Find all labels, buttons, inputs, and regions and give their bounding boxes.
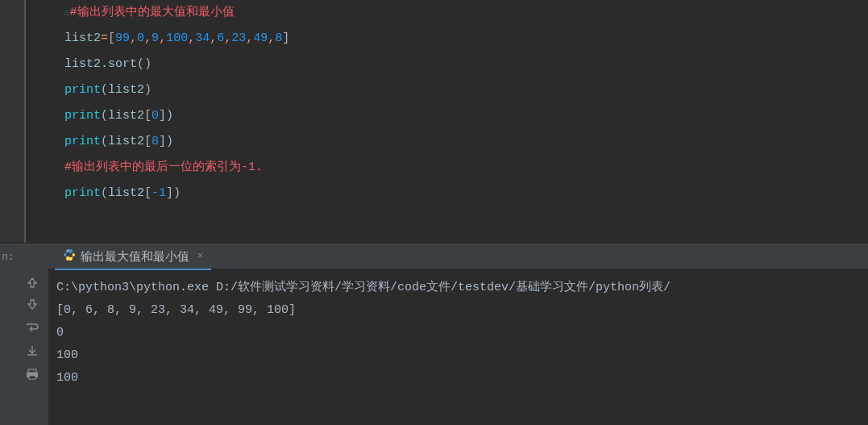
comma: , [246,31,253,45]
code-line[interactable]: #输出列表中的最后一位的索引为-1. [32,155,868,181]
paren: ) [173,186,181,200]
code-line[interactable]: print(list2) [32,77,868,103]
close-icon[interactable]: × [197,251,203,262]
paren: ( [101,186,108,200]
run-label: n: [0,244,16,425]
soft-wrap-icon[interactable] [26,322,39,333]
identifier: list2 [64,31,101,45]
bracket: ] [282,31,289,45]
console-command: C:\python3\python.exe D:/软件测试学习资料/学习资料/c… [56,277,860,299]
arrow-up-icon[interactable] [27,277,38,288]
run-tab-active[interactable]: 输出最大值和最小值 × [55,245,211,270]
console-line: [0, 6, 8, 9, 23, 34, 49, 99, 100] [56,299,860,322]
run-tabs: 输出最大值和最小值 × [48,244,868,270]
fold-marker-icon: ⌂ [64,8,70,18]
bracket: [ [108,31,115,45]
identifier: list2 [108,83,144,97]
comma: , [224,31,231,45]
run-tab-label: 输出最大值和最小值 [81,249,189,265]
comma: , [159,31,166,45]
svg-point-3 [67,250,68,251]
comma: , [268,31,275,45]
method-call: list2.sort [64,57,137,71]
number: 34 [195,31,210,45]
identifier: list2 [108,186,144,200]
identifier: list2 [108,109,144,123]
parens: () [137,57,152,71]
run-tool-window: n: 输出最大值和最小值 × C:\python3\ [0,244,868,425]
comma: , [210,31,217,45]
paren: ) [166,135,173,148]
bracket: [ [144,186,152,200]
console-output[interactable]: C:\python3\python.exe D:/软件测试学习资料/学习资料/c… [48,270,868,425]
comment-text: #输出列表中的最后一位的索引为-1. [64,160,263,174]
line-number [0,129,18,155]
line-number [0,26,18,52]
code-line[interactable]: ⌂#输出列表中的最大值和最小值 [32,0,868,26]
paren: ( [101,135,108,148]
svg-point-4 [70,258,71,259]
code-content[interactable]: ⌂#输出列表中的最大值和最小值 list2=[99,0,9,100,34,6,2… [24,0,868,243]
print-icon[interactable] [26,369,39,380]
console-line: 100 [56,344,860,367]
scroll-to-end-icon[interactable] [26,344,39,357]
bracket: [ [144,109,152,123]
line-number [0,181,18,206]
python-icon [63,248,76,265]
builtin-func: print [64,135,101,148]
code-line[interactable]: print(list2[-1]) [32,181,868,206]
console-line: 100 [56,367,860,390]
line-number [0,0,18,26]
bracket: [ [144,135,152,148]
paren: ( [101,109,108,123]
code-line[interactable]: print(list2[0]) [32,103,868,129]
number: 99 [115,31,130,45]
bracket: ] [159,135,166,148]
line-number [0,155,18,181]
comma: , [130,31,137,45]
builtin-func: print [64,186,101,200]
comment-text: #输出列表中的最大值和最小值 [70,6,235,19]
number: 6 [217,31,224,45]
paren: ) [144,83,152,97]
number: 8 [275,31,282,45]
code-line[interactable]: list2.sort() [32,52,868,77]
number: 49 [253,31,268,45]
number: -1 [152,186,166,200]
code-editor[interactable]: ⌂#输出列表中的最大值和最小值 list2=[99,0,9,100,34,6,2… [0,0,868,244]
paren: ) [166,109,173,123]
paren: ( [101,83,108,97]
number: 0 [137,31,144,45]
line-number [0,52,18,77]
run-content: 输出最大值和最小值 × C:\python3\python.exe D:/软件测… [48,244,868,425]
run-label-text: n: [2,251,15,263]
code-line[interactable]: print(list2[8]) [32,129,868,155]
number: 0 [152,109,159,123]
comma: , [188,31,195,45]
number: 23 [231,31,246,45]
identifier: list2 [108,135,144,148]
run-toolbar [16,244,48,425]
svg-rect-2 [29,376,35,379]
builtin-func: print [64,109,101,123]
bracket: ] [159,109,166,123]
number: 9 [152,31,159,45]
comma: , [144,31,152,45]
console-line: 0 [56,322,860,344]
line-number [0,77,18,103]
arrow-down-icon[interactable] [27,299,38,310]
number: 8 [152,135,159,148]
line-number-gutter [0,0,24,243]
line-number [0,103,18,129]
code-line[interactable]: list2=[99,0,9,100,34,6,23,49,8] [32,26,868,52]
operator: = [101,31,108,45]
number: 100 [166,31,188,45]
bracket: ] [166,186,173,200]
builtin-func: print [64,83,101,97]
svg-rect-0 [28,369,36,373]
